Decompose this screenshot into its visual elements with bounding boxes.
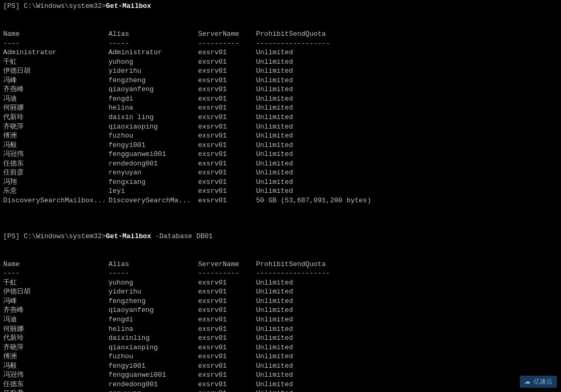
cell-quota: Unlimited bbox=[256, 315, 558, 325]
table-row: 齐晓萍 qiaoxiaoping exsrv01 Unlimited bbox=[3, 122, 558, 132]
table-row: 伊德日胡 yiderihu exsrv01 Unlimited bbox=[3, 287, 558, 297]
cell-quota: Unlimited bbox=[256, 85, 558, 94]
cell-alias: yuhong bbox=[109, 57, 198, 67]
cell-server: exsrv01 bbox=[198, 278, 256, 288]
col-header-server-2: ServerName bbox=[198, 260, 256, 269]
col-header-quota-2: ProhibitSendQuota bbox=[256, 260, 558, 269]
cell-quota: Unlimited bbox=[256, 94, 558, 104]
cell-server: exsrv01 bbox=[198, 389, 256, 392]
sep-server: ---------- bbox=[198, 39, 256, 48]
cell-name: 千虹 bbox=[3, 57, 109, 67]
col-header-alias-2: Alias bbox=[109, 260, 198, 269]
table-row: 何丽娜 helina exsrv01 Unlimited bbox=[3, 325, 558, 334]
cell-name: 何丽娜 bbox=[3, 325, 109, 334]
cell-quota: Unlimited bbox=[256, 325, 558, 334]
cell-quota: Unlimited bbox=[256, 76, 558, 85]
cell-alias: fengyi001 bbox=[109, 361, 198, 371]
output-block-2: Name Alias ServerName ProhibitSendQuota … bbox=[3, 241, 558, 392]
table-row: 傅洲 fuzhou exsrv01 Unlimited bbox=[3, 352, 558, 361]
cell-quota: Unlimited bbox=[256, 48, 558, 57]
command-1: Get-Mailbox bbox=[106, 2, 151, 10]
table-row: 冯翔 fengxiang exsrv01 Unlimited bbox=[3, 178, 558, 187]
command-2: Get-Mailbox bbox=[106, 232, 151, 240]
cell-quota: Unlimited bbox=[256, 380, 558, 389]
table-row: 齐燕峰 qiaoyanfeng exsrv01 Unlimited bbox=[3, 306, 558, 315]
cell-server: exsrv01 bbox=[198, 306, 256, 315]
cell-alias: daixin ling bbox=[109, 113, 198, 122]
cell-alias: fengdi bbox=[109, 315, 198, 325]
cell-name: 冯冠伟 bbox=[3, 150, 109, 159]
cell-server: exsrv01 bbox=[198, 150, 256, 159]
cell-server: exsrv01 bbox=[198, 187, 256, 196]
cell-server: exsrv01 bbox=[198, 325, 256, 334]
cell-name: 代新玲 bbox=[3, 334, 109, 343]
cell-quota: Unlimited bbox=[256, 178, 558, 187]
table-row: 冯迪 fengdi exsrv01 Unlimited bbox=[3, 315, 558, 325]
col-header-name: Name bbox=[3, 30, 109, 39]
sep-alias-2: ----- bbox=[109, 269, 198, 278]
cell-name: 傅洲 bbox=[3, 131, 109, 141]
cell-name: 任德东 bbox=[3, 159, 109, 169]
cell-alias: fengzheng bbox=[109, 76, 198, 85]
cell-server: exsrv01 bbox=[198, 370, 256, 380]
cell-alias: yiderihu bbox=[109, 287, 198, 297]
table-row: Administrator Administrator exsrv01 Unli… bbox=[3, 48, 558, 57]
table-row: 冯峰 fengzheng exsrv01 Unlimited bbox=[3, 76, 558, 85]
cell-server: exsrv01 bbox=[198, 168, 256, 178]
table-row: 冯冠伟 fengguanwei001 exsrv01 Unlimited bbox=[3, 370, 558, 380]
prompt-1: [PS] C:\Windows\system32> bbox=[3, 2, 106, 10]
cell-name: 齐晓萍 bbox=[3, 122, 109, 132]
table-header-row-2: Name Alias ServerName ProhibitSendQuota bbox=[3, 260, 558, 269]
cell-quota: 50 GB (53,687,091,200 bytes) bbox=[256, 196, 558, 205]
cell-server: exsrv01 bbox=[198, 122, 256, 132]
cell-name: 冯毅 bbox=[3, 361, 109, 371]
cell-server: exsrv01 bbox=[198, 343, 256, 352]
cell-alias: qiaoxiaoping bbox=[109, 122, 198, 132]
cell-server: exsrv01 bbox=[198, 103, 256, 113]
cell-server: exsrv01 bbox=[198, 48, 256, 57]
sep-quota: ------------------ bbox=[256, 39, 558, 48]
cell-quota: Unlimited bbox=[256, 389, 558, 392]
table-row: 任前彦 renyuyan exsrv01 Unlimited bbox=[3, 168, 558, 178]
table-row: 冯迪 fengdi exsrv01 Unlimited bbox=[3, 94, 558, 104]
cell-name: 齐晓萍 bbox=[3, 343, 109, 352]
cell-server: exsrv01 bbox=[198, 178, 256, 187]
cell-name: 冯毅 bbox=[3, 141, 109, 150]
cell-quota: Unlimited bbox=[256, 187, 558, 196]
cell-quota: Unlimited bbox=[256, 122, 558, 132]
sep-server-2: ---------- bbox=[198, 269, 256, 278]
cell-quota: Unlimited bbox=[256, 370, 558, 380]
cell-alias: fengyi001 bbox=[109, 141, 198, 150]
cell-name: 任前彦 bbox=[3, 389, 109, 392]
cell-name: 乐意 bbox=[3, 187, 109, 196]
table-row: DiscoverySearchMailbox... DiscoverySearc… bbox=[3, 196, 558, 205]
cell-server: exsrv01 bbox=[198, 196, 256, 205]
table-row: 代新玲 daixinling exsrv01 Unlimited bbox=[3, 334, 558, 343]
cell-name: DiscoverySearchMailbox... bbox=[3, 196, 109, 205]
cell-server: exsrv01 bbox=[198, 131, 256, 141]
col-header-server: ServerName bbox=[198, 30, 256, 39]
cell-name: 何丽娜 bbox=[3, 103, 109, 113]
cell-alias: fengguanwei001 bbox=[109, 370, 198, 380]
sep-name: ---- bbox=[3, 39, 109, 48]
cell-server: exsrv01 bbox=[198, 297, 256, 306]
table-row: 冯毅 fengyi001 exsrv01 Unlimited bbox=[3, 361, 558, 371]
cell-quota: Unlimited bbox=[256, 287, 558, 297]
cell-quota: Unlimited bbox=[256, 168, 558, 178]
cell-name: 冯峰 bbox=[3, 297, 109, 306]
cell-name: 千虹 bbox=[3, 278, 109, 288]
cell-alias: fengxiang bbox=[109, 178, 198, 187]
cell-alias: rendedong001 bbox=[109, 159, 198, 169]
cell-quota: Unlimited bbox=[256, 103, 558, 113]
terminal-window: [PS] C:\Windows\system32>Get-Mailbox Nam… bbox=[3, 2, 558, 392]
cell-alias: fuzhou bbox=[109, 131, 198, 141]
cell-alias: fuzhou bbox=[109, 352, 198, 361]
cell-alias: helina bbox=[109, 325, 198, 334]
cell-server: exsrv01 bbox=[198, 380, 256, 389]
cell-quota: Unlimited bbox=[256, 57, 558, 67]
table-row: 乐意 leyi exsrv01 Unlimited bbox=[3, 187, 558, 196]
cell-alias: Administrator bbox=[109, 48, 198, 57]
cell-server: exsrv01 bbox=[198, 287, 256, 297]
cell-server: exsrv01 bbox=[198, 57, 256, 67]
table-row: 伊德日胡 yiderihu exsrv01 Unlimited bbox=[3, 66, 558, 76]
